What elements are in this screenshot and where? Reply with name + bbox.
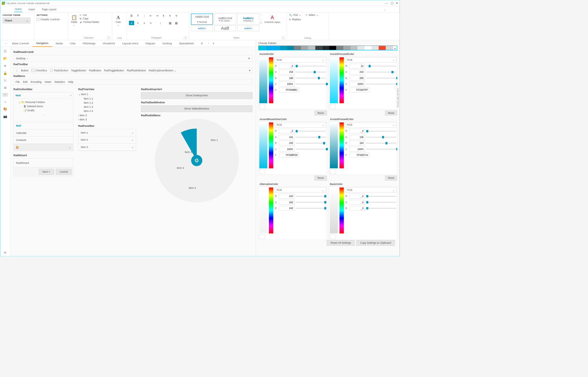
dialog-launcher-icon[interactable]: ⤡ xyxy=(184,36,187,39)
multilevel-button[interactable]: ⋮ xyxy=(142,14,147,18)
toolbar-raddropdown[interactable]: RadDropDownButton ⌄ xyxy=(149,69,176,72)
show-desktop-alert-button[interactable]: Show DesktopAlert xyxy=(141,92,252,99)
close-button[interactable]: ✕ xyxy=(396,1,398,5)
style-no-spacing[interactable]: AaBbCcDd ¶ No Spaci... xyxy=(214,14,236,25)
radial-item[interactable]: Item 2 xyxy=(185,151,192,154)
settings-gear-icon[interactable]: ⚙ xyxy=(4,251,6,254)
show-marks-button[interactable]: ¶ xyxy=(174,14,179,18)
tree-node[interactable]: 🗑 Deleted Items xyxy=(16,104,71,108)
toolbar-radbutton[interactable]: RadButton xyxy=(89,69,101,72)
reset-color-button[interactable]: Reset xyxy=(385,111,397,115)
chevron-down-icon[interactable]: ▾ xyxy=(249,69,250,72)
theme-select[interactable]: Fluent ⌄ xyxy=(3,18,31,23)
align-center-button[interactable]: ≡ xyxy=(135,21,141,25)
panelbar-item[interactable]: Item 1⌄ xyxy=(78,129,136,136)
bullets-button[interactable]: ≣ xyxy=(129,14,134,18)
borders-button[interactable]: ▦ xyxy=(174,21,179,25)
hex-input[interactable] xyxy=(349,88,369,92)
tab-diagram[interactable]: Diagram xyxy=(142,40,159,46)
tab-layoutcontrol[interactable]: LayoutControl xyxy=(118,40,142,46)
tab-navigation[interactable]: Navigation xyxy=(33,40,52,47)
radial-item[interactable]: Item 1 xyxy=(211,139,218,142)
format-painter-button[interactable]: 🖌Format Painter xyxy=(80,21,99,24)
palette-swatch[interactable] xyxy=(287,46,294,50)
reset-color-button[interactable]: Reset xyxy=(315,176,327,180)
palette-icon[interactable]: 🎨 xyxy=(3,107,7,111)
wizard-cancel-button[interactable]: Cancel xyxy=(56,169,71,175)
palette-swatch[interactable] xyxy=(294,46,301,50)
tab-filedialogs[interactable]: FileDialogs xyxy=(79,40,99,46)
palette-swatch[interactable] xyxy=(379,46,386,50)
copy-button[interactable]: ⧉Copy xyxy=(80,17,99,20)
palette-selector[interactable]: ⌄ xyxy=(258,46,397,50)
palette-swatch[interactable] xyxy=(358,46,365,50)
style-item[interactable]: AaBbCc xyxy=(191,26,213,31)
r-input[interactable] xyxy=(349,129,365,134)
saturation-picker[interactable] xyxy=(330,57,338,103)
lock-icon[interactable]: 🔒 xyxy=(3,71,7,75)
hex-input[interactable] xyxy=(279,88,299,92)
color-mode-select[interactable]: RGB⌄ xyxy=(275,188,326,193)
disable-controls-checkbox[interactable]: Disable Controls xyxy=(36,18,66,21)
tree-node[interactable]: ⌄ item 1 xyxy=(78,92,136,96)
chevron-down-icon[interactable]: ▾ xyxy=(248,57,250,60)
gallery-more-icon[interactable]: ▾ xyxy=(260,22,262,24)
open-icon[interactable]: 📂 xyxy=(3,57,7,60)
change-styles-button[interactable]: A CHANGE Styles xyxy=(263,14,281,25)
b-slider[interactable] xyxy=(366,143,396,144)
tree-node[interactable]: › item 3 xyxy=(78,113,136,117)
palette-swatch[interactable] xyxy=(280,46,287,50)
ltr-button[interactable]: ¶ xyxy=(161,14,166,18)
tree-node[interactable]: item 1.3 xyxy=(78,105,136,109)
color-settings-tab[interactable]: COLOR SETTINGS xyxy=(396,86,400,110)
r-input[interactable] xyxy=(349,194,365,198)
line-spacing-button[interactable]: ↕ xyxy=(158,21,163,25)
a-input[interactable] xyxy=(279,147,295,152)
menu-file[interactable]: File xyxy=(16,80,20,83)
b-slider[interactable] xyxy=(296,78,326,79)
menu-help[interactable]: Help xyxy=(68,80,73,83)
tree-node[interactable]: ⌄ 📁 Personal Folders xyxy=(16,100,71,104)
a-slider[interactable] xyxy=(296,149,326,150)
show-tabbed-window-button[interactable]: Show TabbedWindow xyxy=(141,105,252,112)
color-mode-select[interactable]: RGB⌄ xyxy=(275,57,326,63)
palette-swatch[interactable] xyxy=(329,46,336,50)
radial-item[interactable]: Item 4 xyxy=(189,186,196,189)
outlook-section-calendar[interactable]: Calendar xyxy=(14,129,73,136)
outlook-section-mail[interactable]: Mail xyxy=(14,122,73,129)
filter-icon[interactable]: ⍄ xyxy=(4,79,6,82)
a-slider[interactable] xyxy=(296,84,326,85)
style-heading1[interactable]: AaBbCc Heading 1 xyxy=(237,14,259,25)
palette-swatch[interactable] xyxy=(365,46,372,50)
paste-button[interactable]: 📋 Paste ⌄ xyxy=(70,14,78,27)
a-slider[interactable] xyxy=(366,149,396,150)
hex-input[interactable] xyxy=(279,153,299,157)
a-input[interactable] xyxy=(349,147,365,152)
maximize-button[interactable]: ▢ xyxy=(391,1,393,5)
rtl-button[interactable]: ¶ xyxy=(167,14,173,18)
g-slider[interactable] xyxy=(296,202,326,203)
r-slider[interactable] xyxy=(296,196,326,197)
g-slider[interactable] xyxy=(366,137,396,138)
palette-swatch[interactable] xyxy=(372,46,379,50)
toolbar-toggle[interactable]: ToggleButton xyxy=(71,69,86,72)
g-input[interactable] xyxy=(349,200,365,205)
gallery-up-icon[interactable]: ⌃ xyxy=(260,14,262,17)
b-input[interactable] xyxy=(349,76,365,80)
g-input[interactable] xyxy=(279,135,295,139)
b-slider[interactable] xyxy=(296,143,326,144)
menu-edit[interactable]: Edit xyxy=(23,80,27,83)
r-input[interactable] xyxy=(279,194,295,198)
r-input[interactable] xyxy=(349,64,365,68)
dialog-launcher-icon[interactable]: ⤡ xyxy=(107,36,110,39)
collapse-ribbon-icon[interactable]: ⌃ xyxy=(383,9,385,12)
reset-color-button[interactable]: Reset xyxy=(385,176,397,180)
shading-button[interactable]: ▦ xyxy=(167,21,173,25)
a-input[interactable] xyxy=(279,82,295,86)
palette-swatch[interactable] xyxy=(308,46,315,50)
style-item[interactable]: AaBbCc xyxy=(237,26,259,31)
b-slider[interactable] xyxy=(366,78,396,79)
hue-slider[interactable] xyxy=(339,57,344,103)
justify-button[interactable]: ≡ xyxy=(148,21,153,25)
breadcrumb[interactable]: Desktop › ▾ xyxy=(14,55,253,62)
